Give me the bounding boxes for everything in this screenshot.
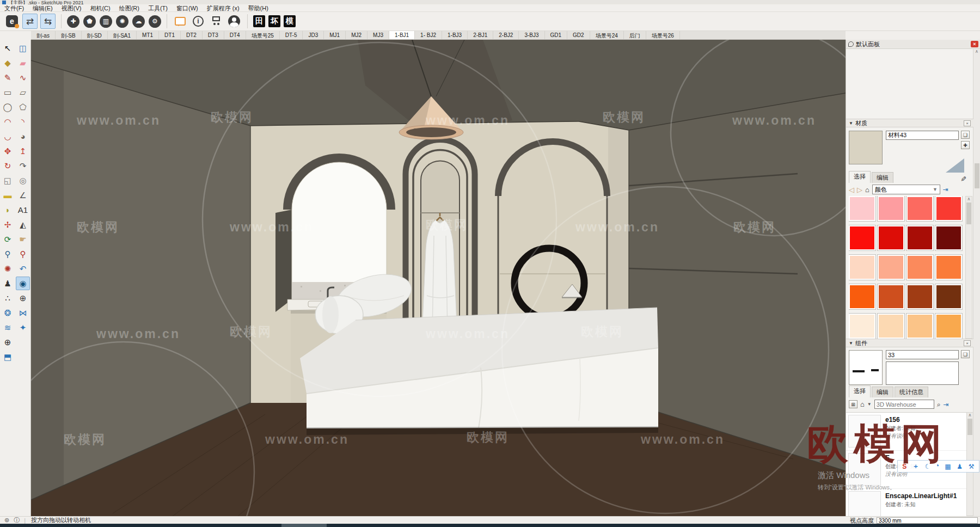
tool-zoom-window[interactable]: ⚲: [16, 247, 30, 261]
tool-rectangle[interactable]: ▭: [1, 85, 15, 99]
tool-eraser[interactable]: ▰: [16, 56, 30, 70]
tool-2pt-arc[interactable]: ◝: [16, 115, 30, 128]
tool-zoom[interactable]: ⚲: [1, 247, 15, 261]
tool-plugin-a[interactable]: ❂: [1, 306, 15, 320]
color-swatch[interactable]: [849, 196, 875, 221]
tool-texture-box[interactable]: ⬒: [1, 350, 15, 364]
enscape-cloud-icon[interactable]: ☁: [132, 15, 145, 28]
color-swatch[interactable]: [935, 225, 962, 250]
materials-tab[interactable]: 编辑: [872, 172, 893, 183]
scene-tab[interactable]: JD3: [303, 31, 324, 39]
tool-circle[interactable]: ◯: [1, 100, 15, 114]
windows-taskbar[interactable]: [0, 524, 980, 527]
color-swatch[interactable]: [906, 225, 933, 250]
tool-orbit[interactable]: ⟳: [1, 232, 15, 246]
menu-item[interactable]: 绘图(R): [115, 4, 144, 12]
component-description-box[interactable]: [886, 361, 959, 385]
tool-walk[interactable]: ∴: [1, 291, 15, 305]
scene-tab[interactable]: 场景号25: [246, 31, 280, 39]
enscape-objects-icon[interactable]: ✺: [116, 15, 128, 28]
scene-tab[interactable]: GD1: [545, 31, 568, 39]
scene-tab[interactable]: 3-BJ3: [519, 31, 544, 39]
components-tab[interactable]: 统计信息: [895, 387, 928, 397]
scene-tab[interactable]: 场景号26: [646, 31, 680, 39]
scene-tab[interactable]: MJ1: [324, 31, 346, 39]
pin-icon[interactable]: [848, 41, 854, 47]
taskbar-app-sliver[interactable]: [281, 524, 327, 527]
tool-zoom-previous[interactable]: ↶: [16, 262, 30, 275]
tool-arc[interactable]: ◠: [1, 115, 15, 128]
color-swatch[interactable]: [878, 255, 904, 280]
tool-look-around[interactable]: ◉: [16, 277, 30, 290]
menu-item[interactable]: 工具(T): [144, 4, 172, 12]
swatch-scrollbar[interactable]: ∧: [965, 196, 972, 339]
tool-follow-me[interactable]: ↷: [16, 159, 30, 173]
scene-tab[interactable]: DT1: [159, 31, 181, 39]
scene-tab[interactable]: MT1: [137, 31, 159, 39]
tool-plugin-b[interactable]: ⋈: [16, 306, 30, 320]
color-swatch[interactable]: [906, 284, 933, 309]
tool-walk-target[interactable]: ⊕: [16, 291, 30, 305]
omcn-grid-button[interactable]: 田: [253, 15, 265, 27]
enscape-library-icon[interactable]: ▥: [100, 15, 112, 28]
tool-dimension[interactable]: ∠: [16, 188, 30, 202]
scene-tab[interactable]: MJ2: [346, 31, 367, 39]
home-icon[interactable]: ⌂: [865, 186, 869, 194]
color-swatch[interactable]: [935, 284, 962, 309]
menu-item[interactable]: 窗口(W): [172, 4, 203, 12]
omcn-huai-button[interactable]: 坏: [268, 15, 280, 27]
tool-scale[interactable]: ◱: [1, 174, 15, 187]
scene-tab[interactable]: 剖-as: [31, 31, 56, 39]
tool-position-camera[interactable]: ♟: [1, 277, 15, 290]
forward-arrow-icon[interactable]: ▷: [857, 186, 862, 194]
scene-tab[interactable]: 1-BJ1: [389, 31, 415, 39]
enscape-settings-icon[interactable]: ⚙: [149, 15, 161, 28]
scene-tab[interactable]: DT-5: [280, 31, 303, 39]
tool-offset[interactable]: ◎: [16, 174, 30, 187]
scene-tab[interactable]: 2-BJ1: [468, 31, 493, 39]
scene-tab[interactable]: DT3: [203, 31, 224, 39]
materials-section-header[interactable]: ▼ 材质 ×: [846, 119, 973, 127]
details-arrow-icon[interactable]: ⇥: [943, 186, 948, 193]
tray-scrollbar[interactable]: ∧: [973, 49, 980, 516]
color-swatch[interactable]: [878, 225, 904, 250]
float-person-icon[interactable]: ♟: [957, 463, 963, 470]
viewpoint-height-input[interactable]: [877, 517, 978, 524]
menu-item[interactable]: 扩展程序 (x): [203, 4, 244, 12]
color-swatch[interactable]: [935, 255, 962, 280]
material-preview[interactable]: [849, 131, 883, 164]
details-arrow-icon[interactable]: ⇥: [944, 401, 949, 408]
menu-item[interactable]: 编辑(E): [28, 4, 57, 12]
scene-tab[interactable]: 1- BJ2: [415, 31, 442, 39]
material-name-input[interactable]: [886, 131, 959, 140]
tool-protractor[interactable]: ◗: [1, 203, 15, 217]
tool-line[interactable]: ✎: [1, 71, 15, 84]
tool-plugin-c[interactable]: ≋: [1, 321, 15, 334]
components-tab[interactable]: 选择: [849, 385, 871, 397]
in-model-icon[interactable]: ⊞: [849, 400, 857, 408]
color-swatch[interactable]: [935, 314, 962, 339]
secondary-pane-button[interactable]: ❏: [961, 131, 970, 139]
scene-tab[interactable]: 2-BJ2: [493, 31, 519, 39]
tool-text[interactable]: A1: [16, 203, 30, 217]
eyedropper-icon[interactable]: ✎: [959, 176, 967, 182]
tool-rotate[interactable]: ↻: [1, 159, 15, 173]
scene-tab[interactable]: 剖-SA1: [108, 31, 137, 39]
geolocation-icon[interactable]: ⊚: [4, 517, 9, 524]
enscape-upload-icon[interactable]: ⬟: [83, 15, 96, 28]
enscape-button[interactable]: e: [4, 14, 20, 29]
tool-make-component[interactable]: ◫: [16, 41, 30, 55]
scene-tab[interactable]: DT2: [181, 31, 203, 39]
color-swatch[interactable]: [849, 255, 875, 280]
search-icon[interactable]: ⌕: [937, 401, 941, 408]
back-arrow-icon[interactable]: ◁: [849, 186, 854, 194]
help-info-icon[interactable]: ⓘ: [14, 516, 20, 524]
synchronize-views-button[interactable]: ⇄: [22, 14, 38, 29]
tool-3pt-arc[interactable]: ◡: [1, 130, 15, 143]
color-swatch[interactable]: [906, 314, 933, 339]
collapse-triangle-icon[interactable]: ▼: [849, 341, 853, 346]
home-icon[interactable]: ⌂: [860, 400, 865, 408]
color-swatch[interactable]: [906, 255, 933, 280]
tool-freehand[interactable]: ∿: [16, 71, 30, 84]
scene-tab[interactable]: MJ3: [367, 31, 389, 39]
